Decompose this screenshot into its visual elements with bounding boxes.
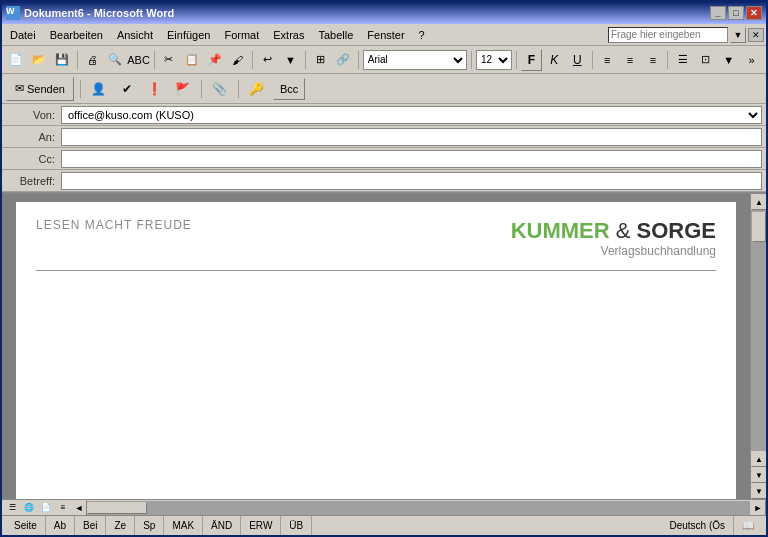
more-button[interactable]: » [741, 49, 762, 71]
menu-tabelle[interactable]: Tabelle [312, 24, 359, 45]
bcc-button[interactable]: Bcc [273, 78, 305, 100]
separator-7 [516, 51, 517, 69]
save-button[interactable]: 💾 [52, 49, 73, 71]
cut-button[interactable]: ✂ [159, 49, 180, 71]
scroll-right-button[interactable]: ► [750, 500, 766, 516]
border-dropdown[interactable]: ▼ [718, 49, 739, 71]
print-view-button[interactable]: 📄 [38, 501, 54, 515]
separator-3 [252, 51, 253, 69]
scroll-thumb[interactable] [752, 212, 766, 242]
doc-body[interactable] [36, 291, 716, 491]
encrypt-button[interactable]: 🔑 [245, 77, 269, 101]
search-button[interactable]: ▼ [730, 27, 746, 43]
font-select[interactable]: Arial [363, 50, 467, 70]
menu-search-area: ▼ ✕ [608, 27, 764, 43]
menu-einfuegen[interactable]: Einfügen [161, 24, 216, 45]
maximize-button[interactable]: □ [728, 6, 744, 20]
minimize-button[interactable]: _ [710, 6, 726, 20]
outline-view-button[interactable]: ≡ [55, 501, 71, 515]
menu-ansicht[interactable]: Ansicht [111, 24, 159, 45]
status-and: ÄND [203, 516, 241, 535]
close-button[interactable]: ✕ [746, 6, 762, 20]
menu-bar: Datei Bearbeiten Ansicht Einfügen Format… [2, 24, 766, 46]
preview-button[interactable]: 🔍 [105, 49, 126, 71]
status-mak: MAK [164, 516, 203, 535]
cc-label: Cc: [6, 153, 61, 165]
separator-1 [77, 51, 78, 69]
align-center-button[interactable]: ≡ [620, 49, 641, 71]
bold-button[interactable]: F [521, 49, 542, 71]
print-button[interactable]: 🖨 [82, 49, 103, 71]
menu-fenster[interactable]: Fenster [361, 24, 410, 45]
italic-button[interactable]: K [544, 49, 565, 71]
separator-2 [154, 51, 155, 69]
separator-9 [667, 51, 668, 69]
menu-extras[interactable]: Extras [267, 24, 310, 45]
menu-help[interactable]: ? [413, 24, 431, 45]
hyperlink-button[interactable]: 🔗 [333, 49, 354, 71]
menu-datei[interactable]: Datei [4, 24, 42, 45]
scroll-up-button[interactable]: ▲ [751, 194, 766, 210]
insert-table-button[interactable]: ⊞ [310, 49, 331, 71]
status-bar: Seite Ab Bei Ze Sp MAK ÄND ERW ÜB Deutsc… [2, 515, 766, 535]
an-input[interactable] [61, 128, 762, 146]
right-scrollbar: ▲ ▲ ▼ ▼ [750, 194, 766, 499]
addressbook-button[interactable]: 👤 [87, 77, 111, 101]
logo-line: KUMMER & SORGE [511, 218, 716, 244]
scroll-track [751, 210, 766, 451]
paste-button[interactable]: 📌 [204, 49, 225, 71]
cc-input-wrap [61, 150, 762, 168]
underline-button[interactable]: U [567, 49, 588, 71]
von-row: Von: office@kuso.com (KUSO) [2, 104, 766, 126]
format-painter[interactable]: 🖌 [227, 49, 248, 71]
attach-button[interactable]: 📎 [208, 77, 232, 101]
logo-subtitle: Verlagsbuchhandlung [511, 244, 716, 258]
align-right-button[interactable]: ≡ [642, 49, 663, 71]
betreff-input-wrap [61, 172, 762, 190]
scroll-page-up-button[interactable]: ▲ [751, 451, 766, 467]
send-icon: ✉ [15, 82, 24, 95]
menu-bearbeiten[interactable]: Bearbeiten [44, 24, 109, 45]
scroll-page-down-button[interactable]: ▼ [751, 467, 766, 483]
doc-divider [36, 270, 716, 271]
doc-page: LESEN MACHT FREUDE KUMMER & SORGE Verlag… [16, 202, 736, 499]
separator-5 [358, 51, 359, 69]
undo-button[interactable]: ↩ [257, 49, 278, 71]
betreff-input[interactable] [61, 172, 762, 190]
status-ze: Ze [106, 516, 135, 535]
h-scroll-thumb[interactable] [87, 502, 147, 514]
status-bei: Bei [75, 516, 106, 535]
priority-button[interactable]: ❗ [143, 77, 167, 101]
title-bar-left: W Dokument6 - Microsoft Word [6, 6, 174, 20]
normal-view-button[interactable]: ☰ [4, 501, 20, 515]
email-fields: Von: office@kuso.com (KUSO) An: Cc: Betr… [2, 104, 766, 194]
an-row: An: [2, 126, 766, 148]
flag-button[interactable]: 🚩 [171, 77, 195, 101]
von-select[interactable]: office@kuso.com (KUSO) [61, 106, 762, 124]
scroll-down-button[interactable]: ▼ [751, 483, 766, 499]
open-button[interactable]: 📂 [29, 49, 50, 71]
scroll-left-button[interactable]: ◄ [71, 500, 87, 516]
send-button[interactable]: ✉ Senden [6, 77, 74, 101]
cc-input[interactable] [61, 150, 762, 168]
web-view-button[interactable]: 🌐 [21, 501, 37, 515]
spellcheck-button[interactable]: ABC [128, 49, 150, 71]
undo-dropdown[interactable]: ▼ [280, 49, 301, 71]
an-input-wrap [61, 128, 762, 146]
doc-content-area: LESEN MACHT FREUDE KUMMER & SORGE Verlag… [2, 194, 766, 515]
size-select[interactable]: 12 [476, 50, 512, 70]
main-toolbar: 📄 📂 💾 🖨 🔍 ABC ✂ 📋 📌 🖌 ↩ ▼ ⊞ 🔗 Arial 12 F… [2, 46, 766, 74]
status-lang: Deutsch (Ös [661, 516, 734, 535]
window-frame: W Dokument6 - Microsoft Word _ □ ✕ Datei… [0, 0, 768, 537]
list-button[interactable]: ☰ [672, 49, 693, 71]
check-address-button[interactable]: ✔ [115, 77, 139, 101]
separator-email-1 [80, 80, 81, 98]
border-button[interactable]: ⊡ [695, 49, 716, 71]
copy-button[interactable]: 📋 [181, 49, 202, 71]
search-input[interactable] [608, 27, 728, 43]
align-left-button[interactable]: ≡ [597, 49, 618, 71]
doc-scroll-area: LESEN MACHT FREUDE KUMMER & SORGE Verlag… [2, 194, 750, 499]
close-search-button[interactable]: ✕ [748, 28, 764, 42]
new-button[interactable]: 📄 [6, 49, 27, 71]
menu-format[interactable]: Format [218, 24, 265, 45]
